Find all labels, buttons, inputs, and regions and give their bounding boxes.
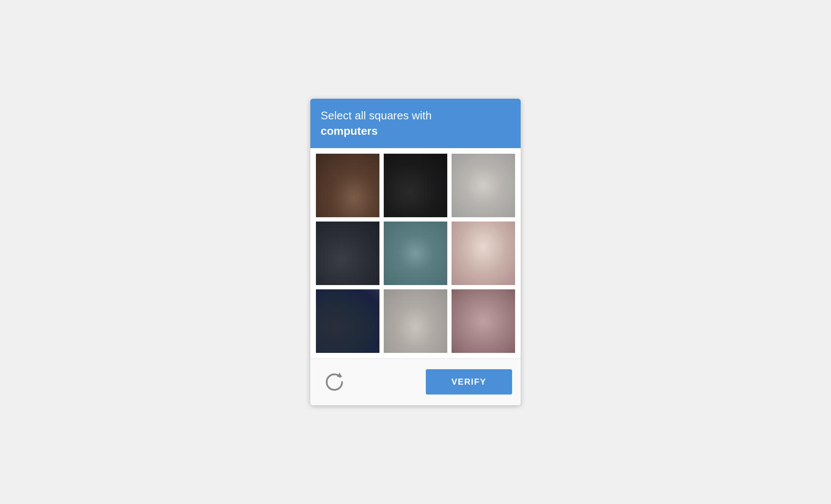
cell-image-5 [452, 222, 515, 285]
captcha-cell-0[interactable] [315, 152, 381, 219]
cell-image-2 [452, 154, 515, 217]
cell-image-8 [452, 289, 515, 353]
captcha-widget: Select all squares with computers [310, 99, 521, 405]
captcha-grid-area [310, 148, 521, 358]
captcha-cell-6[interactable] [315, 288, 381, 354]
captcha-cell-8[interactable] [450, 288, 516, 354]
captcha-instruction: Select all squares with computers [321, 108, 510, 138]
captcha-grid [315, 152, 516, 354]
cell-image-3 [316, 222, 379, 285]
captcha-cell-7[interactable] [382, 288, 449, 354]
cell-image-0 [316, 154, 379, 217]
cell-image-4 [384, 222, 447, 285]
captcha-header: Select all squares with computers [310, 99, 521, 148]
captcha-footer: VERIFY [310, 358, 521, 405]
cell-image-6 [316, 289, 379, 353]
captcha-cell-1[interactable] [382, 152, 449, 219]
cell-image-1 [384, 154, 447, 217]
refresh-button[interactable] [319, 367, 350, 398]
captcha-cell-3[interactable] [315, 220, 381, 286]
cell-image-7 [384, 289, 447, 353]
captcha-cell-4[interactable] [382, 220, 449, 286]
refresh-icon [323, 371, 346, 393]
captcha-cell-5[interactable] [450, 220, 516, 286]
captcha-cell-2[interactable] [450, 152, 516, 219]
verify-button[interactable]: VERIFY [426, 369, 512, 395]
